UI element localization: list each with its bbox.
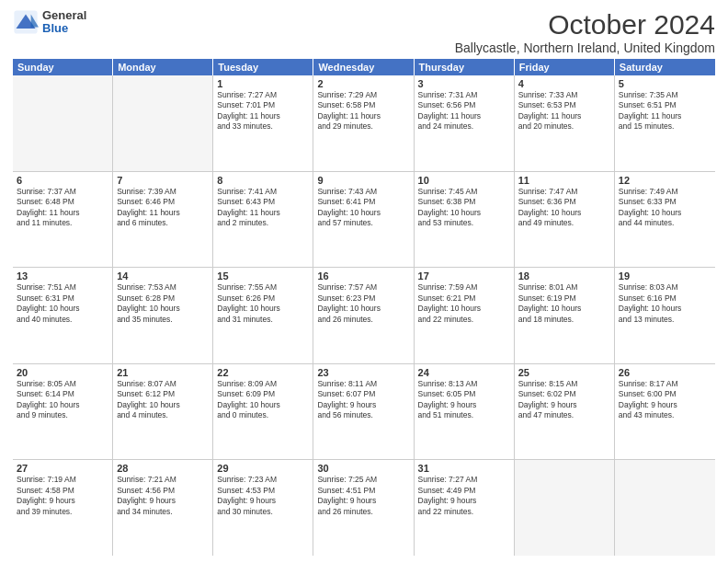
day-cell-10: 10Sunrise: 7:45 AM Sunset: 6:38 PM Dayli… [415, 172, 515, 268]
day-number-26: 26 [619, 367, 711, 378]
day-cell-25: 25Sunrise: 8:15 AM Sunset: 6:02 PM Dayli… [515, 364, 615, 460]
day-number-7: 7 [117, 175, 209, 186]
day-number-23: 23 [317, 367, 409, 378]
logo-blue: Blue [42, 22, 86, 35]
day-number-27: 27 [17, 463, 108, 474]
day-cell-1: 1Sunrise: 7:27 AM Sunset: 7:01 PM Daylig… [213, 75, 313, 171]
weekday-header-wednesday: Wednesday [313, 59, 414, 75]
month-title: October 2024 [455, 9, 715, 40]
day-cell-7: 7Sunrise: 7:39 AM Sunset: 6:46 PM Daylig… [113, 172, 213, 268]
day-info-15: Sunrise: 7:55 AM Sunset: 6:26 PM Dayligh… [217, 282, 309, 325]
day-cell-21: 21Sunrise: 8:07 AM Sunset: 6:12 PM Dayli… [113, 364, 213, 460]
weekday-header-thursday: Thursday [415, 59, 515, 75]
day-info-9: Sunrise: 7:43 AM Sunset: 6:41 PM Dayligh… [317, 187, 409, 229]
day-number-10: 10 [418, 175, 510, 186]
day-cell-empty-0-1 [113, 75, 213, 171]
logo-general: General [42, 9, 86, 22]
day-info-11: Sunrise: 7:47 AM Sunset: 6:36 PM Dayligh… [518, 187, 610, 229]
calendar-row-0: 1Sunrise: 7:27 AM Sunset: 7:01 PM Daylig… [13, 75, 715, 172]
day-number-20: 20 [17, 367, 108, 378]
day-cell-29: 29Sunrise: 7:23 AM Sunset: 4:53 PM Dayli… [213, 460, 313, 556]
day-number-21: 21 [117, 367, 209, 378]
day-cell-20: 20Sunrise: 8:05 AM Sunset: 6:14 PM Dayli… [13, 364, 113, 460]
day-cell-22: 22Sunrise: 8:09 AM Sunset: 6:09 PM Dayli… [213, 364, 313, 460]
weekday-header-sunday: Sunday [13, 59, 113, 75]
day-info-31: Sunrise: 7:27 AM Sunset: 4:49 PM Dayligh… [418, 475, 510, 517]
day-info-20: Sunrise: 8:05 AM Sunset: 6:14 PM Dayligh… [17, 379, 108, 421]
day-info-30: Sunrise: 7:25 AM Sunset: 4:51 PM Dayligh… [317, 475, 409, 517]
day-number-17: 17 [418, 270, 510, 282]
day-cell-26: 26Sunrise: 8:17 AM Sunset: 6:00 PM Dayli… [615, 364, 715, 460]
title-block: October 2024 Ballycastle, Northern Irela… [455, 9, 715, 55]
day-cell-18: 18Sunrise: 8:01 AM Sunset: 6:19 PM Dayli… [515, 268, 615, 363]
logo-text: General Blue [42, 9, 86, 36]
day-cell-empty-0-0 [13, 75, 113, 171]
day-info-26: Sunrise: 8:17 AM Sunset: 6:00 PM Dayligh… [619, 379, 711, 421]
day-cell-8: 8Sunrise: 7:41 AM Sunset: 6:43 PM Daylig… [213, 172, 313, 268]
header: General Blue October 2024 Ballycastle, N… [13, 9, 715, 55]
day-number-24: 24 [418, 367, 510, 378]
day-cell-14: 14Sunrise: 7:53 AM Sunset: 6:28 PM Dayli… [113, 268, 213, 363]
day-number-3: 3 [418, 78, 510, 89]
day-cell-empty-4-6 [615, 460, 715, 556]
day-info-21: Sunrise: 8:07 AM Sunset: 6:12 PM Dayligh… [117, 379, 209, 421]
day-cell-24: 24Sunrise: 8:13 AM Sunset: 6:05 PM Dayli… [415, 364, 515, 460]
day-info-10: Sunrise: 7:45 AM Sunset: 6:38 PM Dayligh… [418, 187, 510, 229]
calendar-row-1: 6Sunrise: 7:37 AM Sunset: 6:48 PM Daylig… [13, 172, 715, 269]
day-info-6: Sunrise: 7:37 AM Sunset: 6:48 PM Dayligh… [17, 187, 108, 229]
day-number-6: 6 [17, 175, 108, 186]
day-number-18: 18 [518, 270, 610, 282]
day-cell-16: 16Sunrise: 7:57 AM Sunset: 6:23 PM Dayli… [313, 268, 414, 363]
calendar-row-3: 20Sunrise: 8:05 AM Sunset: 6:14 PM Dayli… [13, 364, 715, 461]
day-info-24: Sunrise: 8:13 AM Sunset: 6:05 PM Dayligh… [418, 379, 510, 421]
day-number-8: 8 [217, 175, 309, 186]
day-cell-6: 6Sunrise: 7:37 AM Sunset: 6:48 PM Daylig… [13, 172, 113, 268]
day-info-13: Sunrise: 7:51 AM Sunset: 6:31 PM Dayligh… [17, 282, 108, 325]
day-cell-empty-4-5 [515, 460, 615, 556]
weekday-header-monday: Monday [113, 59, 213, 75]
day-info-22: Sunrise: 8:09 AM Sunset: 6:09 PM Dayligh… [217, 379, 309, 421]
day-info-3: Sunrise: 7:31 AM Sunset: 6:56 PM Dayligh… [418, 90, 510, 132]
day-number-9: 9 [317, 175, 409, 186]
day-cell-15: 15Sunrise: 7:55 AM Sunset: 6:26 PM Dayli… [213, 268, 313, 363]
day-cell-5: 5Sunrise: 7:35 AM Sunset: 6:51 PM Daylig… [615, 75, 715, 171]
day-info-4: Sunrise: 7:33 AM Sunset: 6:53 PM Dayligh… [518, 90, 610, 132]
day-number-22: 22 [217, 367, 309, 378]
day-cell-13: 13Sunrise: 7:51 AM Sunset: 6:31 PM Dayli… [13, 268, 113, 363]
weekday-header-saturday: Saturday [615, 59, 715, 75]
day-cell-31: 31Sunrise: 7:27 AM Sunset: 4:49 PM Dayli… [415, 460, 515, 556]
day-number-30: 30 [317, 463, 409, 474]
weekday-header-tuesday: Tuesday [213, 59, 313, 75]
day-info-16: Sunrise: 7:57 AM Sunset: 6:23 PM Dayligh… [317, 282, 409, 325]
page: General Blue October 2024 Ballycastle, N… [0, 0, 728, 563]
day-number-31: 31 [418, 463, 510, 474]
calendar-row-4: 27Sunrise: 7:19 AM Sunset: 4:58 PM Dayli… [13, 460, 715, 556]
day-number-11: 11 [518, 175, 610, 186]
day-cell-28: 28Sunrise: 7:21 AM Sunset: 4:56 PM Dayli… [113, 460, 213, 556]
day-number-1: 1 [217, 78, 309, 89]
day-number-16: 16 [317, 270, 409, 282]
day-cell-12: 12Sunrise: 7:49 AM Sunset: 6:33 PM Dayli… [615, 172, 715, 268]
day-info-28: Sunrise: 7:21 AM Sunset: 4:56 PM Dayligh… [117, 475, 209, 517]
day-info-23: Sunrise: 8:11 AM Sunset: 6:07 PM Dayligh… [317, 379, 409, 421]
day-number-29: 29 [217, 463, 309, 474]
calendar-body: 1Sunrise: 7:27 AM Sunset: 7:01 PM Daylig… [13, 75, 715, 556]
logo-icon [13, 9, 39, 35]
calendar-header: SundayMondayTuesdayWednesdayThursdayFrid… [13, 59, 715, 75]
day-cell-2: 2Sunrise: 7:29 AM Sunset: 6:58 PM Daylig… [313, 75, 414, 171]
day-cell-3: 3Sunrise: 7:31 AM Sunset: 6:56 PM Daylig… [415, 75, 515, 171]
day-cell-27: 27Sunrise: 7:19 AM Sunset: 4:58 PM Dayli… [13, 460, 113, 556]
day-info-7: Sunrise: 7:39 AM Sunset: 6:46 PM Dayligh… [117, 187, 209, 229]
day-info-19: Sunrise: 8:03 AM Sunset: 6:16 PM Dayligh… [619, 282, 711, 325]
day-number-14: 14 [117, 270, 209, 282]
calendar: SundayMondayTuesdayWednesdayThursdayFrid… [13, 59, 715, 556]
day-info-12: Sunrise: 7:49 AM Sunset: 6:33 PM Dayligh… [619, 187, 711, 229]
day-info-2: Sunrise: 7:29 AM Sunset: 6:58 PM Dayligh… [317, 90, 409, 132]
day-number-19: 19 [619, 270, 711, 282]
day-number-4: 4 [518, 78, 610, 89]
day-cell-4: 4Sunrise: 7:33 AM Sunset: 6:53 PM Daylig… [515, 75, 615, 171]
day-cell-9: 9Sunrise: 7:43 AM Sunset: 6:41 PM Daylig… [313, 172, 414, 268]
day-number-12: 12 [619, 175, 711, 186]
day-number-28: 28 [117, 463, 209, 474]
calendar-row-2: 13Sunrise: 7:51 AM Sunset: 6:31 PM Dayli… [13, 268, 715, 364]
